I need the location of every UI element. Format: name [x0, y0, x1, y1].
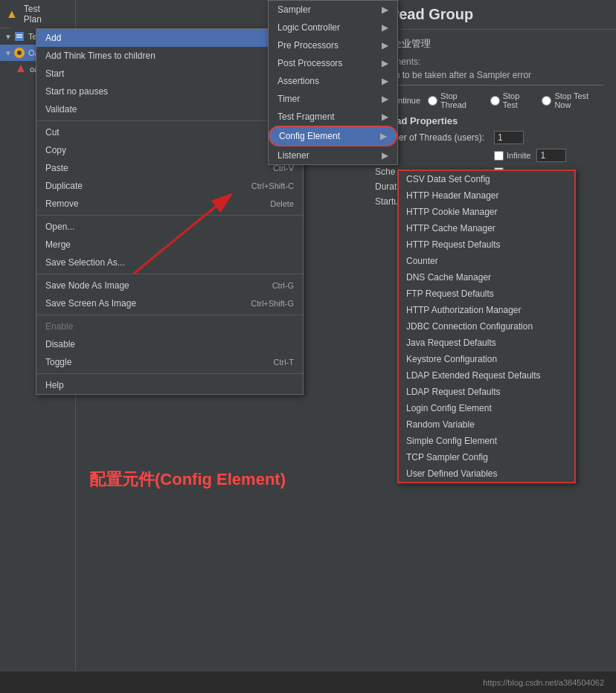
menu-item-merge[interactable]: Merge	[36, 236, 303, 254]
menu-label-start: Start	[45, 68, 64, 79]
config-keystore[interactable]: Keystore Configuration	[399, 351, 574, 367]
config-tcp-sampler[interactable]: TCP Sampler Config	[399, 449, 574, 465]
loop-row: Loop Infinite	[375, 149, 604, 162]
submenu-add: Sampler ▶ Logic Controller ▶ Pre Process…	[268, 0, 398, 165]
label-ftp-request: FTP Request Defaults	[406, 289, 494, 299]
config-ldap-extended[interactable]: LDAP Extended Request Defaults	[399, 367, 574, 384]
arrow-logic-controller: ▶	[382, 22, 388, 33]
config-java-request[interactable]: Java Request Defaults	[399, 335, 574, 351]
menu-label-paste: Paste	[45, 163, 68, 173]
submenu-add-logic-controller[interactable]: Logic Controller ▶	[269, 19, 397, 36]
svg-rect-0	[15, 32, 24, 41]
config-random-variable[interactable]: Random Variable	[399, 416, 574, 433]
config-jdbc-connection[interactable]: JDBC Connection Configuration	[399, 318, 574, 335]
label-config-element: Config Element	[279, 131, 340, 141]
label-keystore: Keystore Configuration	[406, 354, 497, 364]
separator-4	[36, 315, 303, 315]
menu-item-paste[interactable]: Paste Ctrl-V	[36, 159, 303, 177]
menu-label-save-screen-image: Save Screen As Image	[45, 298, 136, 309]
label-counter: Counter	[406, 256, 438, 266]
status-bar: https://blog.csdn.net/a384504062	[0, 671, 616, 693]
shortcut-toggle: Ctrl-T	[274, 358, 295, 367]
menu-item-enable: Enable	[36, 318, 303, 335]
config-http-header[interactable]: HTTP Header Manager	[399, 187, 574, 204]
submenu-add-listener[interactable]: Listener ▶	[269, 146, 397, 164]
svg-marker-5	[17, 65, 25, 72]
menu-label-start-no-pauses: Start no pauses	[45, 86, 108, 97]
label-timer: Timer	[277, 94, 300, 104]
menu-item-cut[interactable]: Cut Ctrl-X	[36, 123, 303, 141]
label-http-cookie: HTTP Cookie Manager	[406, 207, 498, 217]
menu-item-add-think-times[interactable]: Add Think Times to children	[36, 47, 303, 65]
config-counter[interactable]: Counter	[399, 253, 574, 269]
svg-point-4	[17, 51, 22, 55]
menu-label-merge: Merge	[45, 239, 71, 250]
menu-item-disable[interactable]: Disable	[36, 335, 303, 353]
label-tcp-sampler: TCP Sampler Config	[406, 452, 488, 462]
threads-row: Number of Threads (users):	[375, 131, 604, 144]
config-http-cookie[interactable]: HTTP Cookie Manager	[399, 204, 574, 220]
menu-item-help[interactable]: Help	[36, 376, 303, 394]
menu-item-remove[interactable]: Remove Delete	[36, 195, 303, 213]
submenu-add-sampler[interactable]: Sampler ▶	[269, 1, 397, 19]
menu-item-validate[interactable]: Validate	[36, 100, 303, 118]
oam-icon	[15, 63, 27, 75]
menu-item-start[interactable]: Start	[36, 65, 303, 83]
submenu-config: CSV Data Set Config HTTP Header Manager …	[397, 170, 576, 483]
arrow-timer: ▶	[382, 94, 388, 104]
menu-label-duplicate: Duplicate	[45, 181, 83, 191]
loop-count-input[interactable]	[536, 149, 566, 162]
label-http-cache: HTTP Cache Manager	[406, 223, 495, 233]
shortcut-duplicate: Ctrl+Shift-C	[251, 181, 294, 190]
config-http-cache[interactable]: HTTP Cache Manager	[399, 220, 574, 236]
oa-gear-icon	[13, 47, 25, 59]
config-dns-cache[interactable]: DNS Cache Manager	[399, 269, 574, 286]
error-opt-stopthread[interactable]: Stop Thread	[428, 91, 483, 109]
menu-label-cut: Cut	[45, 127, 60, 138]
shortcut-save-screen-image: Ctrl+Shift-G	[251, 299, 294, 308]
submenu-add-pre-processors[interactable]: Pre Processors ▶	[269, 36, 397, 54]
menu-item-save-node-image[interactable]: Save Node As Image Ctrl-G	[36, 277, 303, 294]
submenu-add-timer[interactable]: Timer ▶	[269, 90, 397, 108]
arrow-pre-processors: ▶	[382, 40, 388, 51]
app-title: Test Plan	[24, 4, 42, 25]
menu-item-copy[interactable]: Copy Ctrl-C	[36, 141, 303, 159]
label-jdbc-connection: JDBC Connection Configuration	[406, 321, 533, 332]
error-opt-stoptest[interactable]: Stop Test	[490, 91, 535, 109]
menu-item-open[interactable]: Open...	[36, 218, 303, 236]
menu-item-save-selection[interactable]: Save Selection As...	[36, 254, 303, 271]
menu-label-enable: Enable	[45, 321, 73, 332]
threads-input[interactable]	[494, 131, 524, 144]
menu-label-think-times: Add Think Times to children	[45, 51, 155, 61]
menu-item-add[interactable]: Add ▶	[36, 29, 303, 47]
config-ldap-request[interactable]: LDAP Request Defaults	[399, 384, 574, 400]
label-login-config: Login Config Element	[406, 403, 492, 413]
shortcut-remove: Delete	[270, 199, 294, 208]
label-ldap-request: LDAP Request Defaults	[406, 387, 501, 397]
menu-label-validate: Validate	[45, 104, 77, 115]
menu-label-remove: Remove	[45, 199, 79, 209]
label-test-fragment: Test Fragment	[277, 112, 335, 122]
label-http-header: HTTP Header Manager	[406, 190, 499, 201]
config-csv-data[interactable]: CSV Data Set Config	[399, 171, 574, 187]
menu-item-duplicate[interactable]: Duplicate Ctrl+Shift-C	[36, 177, 303, 195]
submenu-add-post-processors[interactable]: Post Processors ▶	[269, 54, 397, 72]
shortcut-save-node-image: Ctrl-G	[272, 281, 294, 290]
config-http-auth[interactable]: HTTP Authorization Manager	[399, 302, 574, 318]
menu-item-save-screen-image[interactable]: Save Screen As Image Ctrl+Shift-G	[36, 294, 303, 312]
menu-label-add: Add	[45, 33, 61, 43]
config-simple-config[interactable]: Simple Config Element	[399, 433, 574, 449]
submenu-add-config-element[interactable]: Config Element ▶	[269, 126, 397, 146]
submenu-add-assertions[interactable]: Assertions ▶	[269, 72, 397, 90]
config-login-config[interactable]: Login Config Element	[399, 400, 574, 416]
infinite-checkbox[interactable]	[494, 151, 504, 161]
config-user-defined[interactable]: User Defined Variables	[399, 465, 574, 482]
menu-item-toggle[interactable]: Toggle Ctrl-T	[36, 353, 303, 371]
config-ftp-request[interactable]: FTP Request Defaults	[399, 286, 574, 302]
label-random-variable: Random Variable	[406, 419, 475, 430]
config-http-request-defaults[interactable]: HTTP Request Defaults	[399, 236, 574, 253]
error-opt-stoptest-now[interactable]: Stop Test Now	[542, 91, 604, 109]
submenu-add-test-fragment[interactable]: Test Fragment ▶	[269, 108, 397, 126]
menu-item-start-no-pauses[interactable]: Start no pauses	[36, 83, 303, 100]
status-url: https://blog.csdn.net/a384504062	[483, 678, 604, 687]
